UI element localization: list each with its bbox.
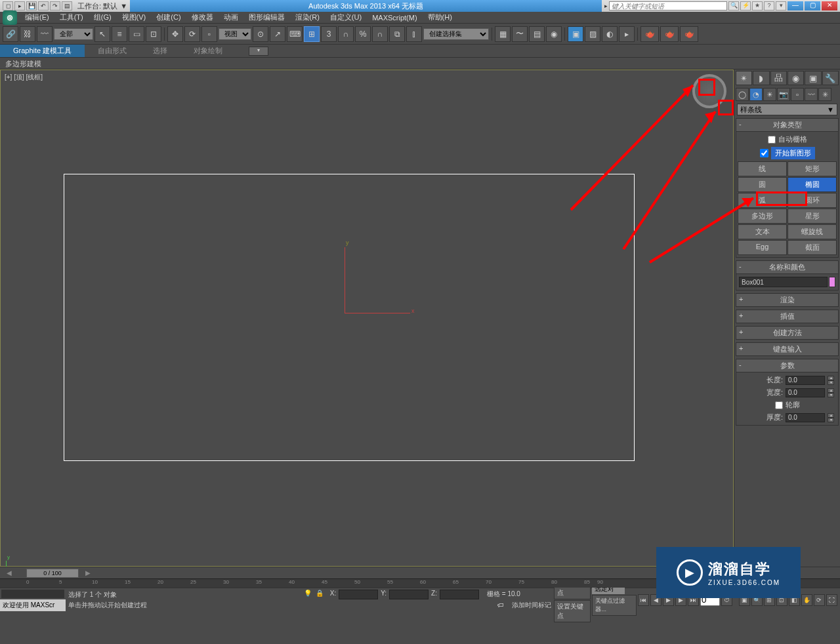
rendering-rollout-header[interactable]: +渲染 [736,293,839,307]
rotate-icon[interactable]: ⟳ [184,26,200,42]
text-button[interactable]: 文本 [738,224,787,239]
ribbon-tab-paint[interactable]: 对象绘制 [180,45,236,57]
align-icon[interactable]: ⫿ [406,26,422,42]
mirror-icon[interactable]: ⧉ [389,26,405,42]
favorites-icon[interactable]: ★ [752,1,763,10]
scale-icon[interactable]: ▫ [201,26,217,42]
set-key-button[interactable]: 设置关键点 [554,600,591,622]
object-color-swatch[interactable] [829,277,835,287]
pan-icon[interactable]: ✋ [801,594,812,606]
rendered-frame-icon[interactable]: ▨ [585,26,600,42]
ribbon-tab-selection[interactable]: 选择 [140,45,180,57]
menu-create[interactable]: 创建(C) [151,12,186,22]
keyboard-shortcut-icon[interactable]: ⌨ [287,26,303,42]
help-search-input[interactable] [609,1,727,10]
teapot-production-icon[interactable]: 🫖 [660,26,679,42]
length-spinner[interactable]: 0.0 [786,376,825,385]
unlink-icon[interactable]: ⛓ [20,26,35,42]
time-tag-icon[interactable]: 🏷 [497,601,504,609]
section-button[interactable]: 截面 [788,240,837,255]
menu-graph-editors[interactable]: 图形编辑器 [243,12,290,22]
utilities-tab-icon[interactable]: 🔧 [822,71,839,85]
viewcube[interactable] [692,74,726,108]
project-icon[interactable]: ▤ [62,1,72,10]
redo-icon[interactable]: ↷ [50,1,60,10]
x-coord-input[interactable] [339,590,378,599]
snap-toggle-icon[interactable]: ⊞ [304,26,320,42]
menu-rendering[interactable]: 渲染(R) [290,12,325,22]
close-button[interactable]: ✕ [822,1,837,10]
manipulate-icon[interactable]: ↗ [270,26,285,42]
menu-edit[interactable]: 编辑(E) [20,12,54,22]
minimize-button[interactable]: — [788,1,803,10]
percent-snap-icon[interactable]: ∩ [338,26,354,42]
outline-checkbox[interactable] [775,401,783,409]
select-region-rect-icon[interactable]: ▭ [129,26,144,42]
object-type-header[interactable]: -对象类型 [736,118,839,132]
key-filters-button[interactable]: 关键点过滤器... [592,595,636,616]
curve-editor-icon[interactable]: 〜 [512,26,528,42]
undo-icon[interactable]: ↶ [38,1,49,10]
display-tab-icon[interactable]: ▣ [805,71,821,85]
menu-group[interactable]: 组(G) [89,12,117,22]
menu-animation[interactable]: 动画 [219,12,243,22]
motion-tab-icon[interactable]: ◉ [788,71,804,85]
z-coord-input[interactable] [440,590,479,599]
bind-spacewarp-icon[interactable]: 〰 [37,26,52,42]
maximize-button[interactable]: ▢ [805,1,820,10]
render-setup-icon[interactable]: ▣ [568,26,583,42]
new-icon[interactable]: ◻ [3,1,13,10]
time-slider-handle[interactable]: 0 / 100 [26,569,79,578]
spacewarps-icon[interactable]: 〰 [805,88,818,101]
keyboard-entry-rollout-header[interactable]: +键盘输入 [736,342,839,356]
ribbon-expand-icon[interactable]: ▾ [249,47,268,56]
object-name-input[interactable] [739,277,828,287]
parameters-header[interactable]: -参数 [736,359,839,372]
welcome-tab[interactable]: 欢迎使用 MAXScr [0,599,66,611]
max-viewport-icon[interactable]: ⛶ [826,594,837,606]
creation-method-rollout-header[interactable]: +创建方法 [736,326,839,340]
helix-button[interactable]: 螺旋线 [788,224,837,239]
y-coord-input[interactable] [389,590,429,599]
search-dropdown-icon[interactable]: ▸ [604,3,608,9]
window-crossing-icon[interactable]: ⊡ [146,26,161,42]
spinner-snap-icon[interactable]: % [355,26,371,42]
shapes-icon[interactable]: ◔ [749,88,763,101]
menu-views[interactable]: 视图(V) [117,12,152,22]
width-spinner[interactable]: 0.0 [786,388,825,397]
app-logo-button[interactable]: ⊚ [3,10,17,25]
select-name-icon[interactable]: ≡ [112,26,127,42]
ngon-button[interactable]: 多边形 [738,209,787,224]
lock-selection-icon[interactable]: 🔒 [316,590,324,599]
hierarchy-tab-icon[interactable]: 品 [770,71,787,85]
workspace-label[interactable]: 工作台: 默认 [77,1,117,11]
search-icon[interactable]: 🔍 [728,1,739,10]
script-mini-listener[interactable] [1,590,64,598]
save-icon[interactable]: 💾 [26,1,37,10]
ellipse-button[interactable]: 椭圆 [788,177,837,192]
layer-manager-icon[interactable]: ▦ [495,26,511,42]
material-editor-icon[interactable]: ◉ [546,26,562,42]
link-icon[interactable]: 🔗 [3,26,18,42]
auto-grid-checkbox[interactable] [768,136,776,144]
viewport-top[interactable]: [+] [顶] [线框] y x y x [0,70,734,567]
move-icon[interactable]: ✥ [167,26,183,42]
menu-customize[interactable]: 自定义(U) [325,12,367,22]
egg-button[interactable]: Egg [738,240,787,255]
ribbon-tab-graphite[interactable]: Graphite 建模工具 [0,45,85,57]
orbit-icon[interactable]: ⟳ [814,594,825,606]
menu-help[interactable]: 帮助(H) [423,12,457,22]
quick-render-icon[interactable]: ▸ [619,26,635,42]
name-color-header[interactable]: -名称和颜色 [736,260,839,274]
star-button[interactable]: 星形 [788,209,837,224]
selection-filter-dropdown[interactable]: 全部 [54,28,93,40]
teapot-render-icon[interactable]: 🫖 [640,26,659,42]
arc-button[interactable]: 弧 [738,193,787,208]
interpolation-rollout-header[interactable]: +插值 [736,310,839,323]
angle-snap-icon[interactable]: 3 [321,26,337,42]
start-new-shape-checkbox[interactable] [760,149,768,157]
open-icon[interactable]: ▸ [14,1,25,10]
ribbon-tab-freeform[interactable]: 自由形式 [85,45,140,57]
cameras-icon[interactable]: 📷 [777,88,790,101]
schematic-view-icon[interactable]: ▤ [529,26,545,42]
